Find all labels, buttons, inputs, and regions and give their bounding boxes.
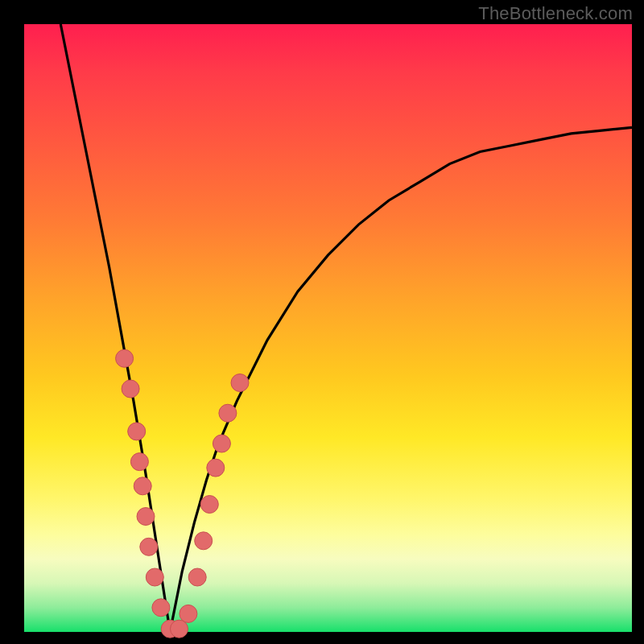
data-marker xyxy=(213,435,230,452)
data-marker xyxy=(146,568,163,586)
data-marker xyxy=(200,496,218,514)
data-marker xyxy=(152,599,170,617)
data-marker xyxy=(171,620,188,638)
data-marker xyxy=(116,349,134,367)
data-marker xyxy=(231,374,249,392)
data-marker xyxy=(180,605,197,622)
data-marker xyxy=(134,477,151,495)
outer-frame: TheBottleneck.com xyxy=(0,0,644,644)
data-marker xyxy=(140,538,158,555)
data-marker xyxy=(188,568,206,586)
plot-area xyxy=(24,24,632,632)
data-marker xyxy=(195,532,213,550)
markers-layer xyxy=(116,349,249,638)
data-marker xyxy=(219,404,237,422)
data-marker xyxy=(137,508,155,526)
data-marker xyxy=(207,459,225,477)
data-marker xyxy=(128,423,146,440)
data-marker xyxy=(130,453,148,471)
chart-svg xyxy=(24,24,632,632)
data-marker xyxy=(122,380,139,398)
watermark-text: TheBottleneck.com xyxy=(478,3,633,24)
